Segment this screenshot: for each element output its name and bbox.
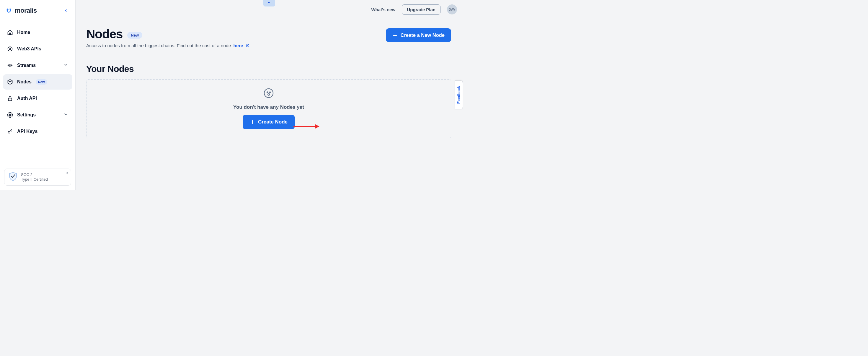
key-icon [7, 129, 13, 134]
sidebar-item-label: Auth API [17, 96, 37, 101]
sidebar-item-label: Settings [17, 112, 36, 117]
create-node-label: Create Node [258, 119, 287, 125]
subtitle-link[interactable]: here [234, 43, 243, 48]
sidebar-item-nodes[interactable]: Nodes New [3, 74, 72, 90]
sidebar-item-label: API Keys [17, 129, 37, 134]
your-nodes-heading: Your Nodes [86, 64, 451, 74]
external-link-icon [65, 171, 68, 176]
svg-point-7 [268, 94, 270, 95]
soc2-text: SOC 2 Type II Certified [21, 172, 48, 182]
sidebar-header: moralis [0, 0, 75, 21]
chevron-down-icon [63, 112, 68, 118]
avatar[interactable]: DAV [447, 4, 457, 14]
empty-state-text: You don't have any Nodes yet [233, 104, 304, 110]
sidebar-item-label: Streams [17, 63, 36, 68]
dollar-circle-icon [7, 46, 13, 52]
sidebar-item-label: Home [17, 30, 30, 35]
moralis-logo-icon [6, 8, 12, 13]
upgrade-plan-button[interactable]: Upgrade Plan [402, 4, 440, 15]
soc2-line1: SOC 2 [21, 172, 48, 177]
svg-point-6 [270, 92, 271, 93]
brand[interactable]: moralis [6, 7, 37, 14]
sidebar: moralis Home Web3 APIs [0, 0, 75, 190]
gear-icon [7, 112, 13, 118]
soc2-line2: Type II Certified [21, 177, 48, 182]
new-badge: New [36, 79, 47, 84]
svg-point-2 [9, 114, 11, 116]
subtitle-text: Access to nodes from all the biggest cha… [86, 43, 231, 48]
sidebar-divider [74, 0, 74, 190]
svg-point-5 [267, 92, 268, 93]
sidebar-item-settings[interactable]: Settings [3, 107, 72, 122]
sidebar-item-label: Nodes [17, 79, 32, 84]
empty-state-panel: You don't have any Nodes yet Create Node [86, 79, 451, 138]
sidebar-item-auth-api[interactable]: Auth API [3, 91, 72, 106]
surprised-face-icon [264, 88, 274, 100]
sidebar-item-web3-apis[interactable]: Web3 APIs [3, 41, 72, 57]
external-link-icon [246, 43, 249, 48]
sidebar-item-home[interactable]: Home [3, 25, 72, 40]
cube-icon [7, 79, 13, 85]
main: What's new Upgrade Plan DAV Nodes New Ac… [75, 0, 463, 190]
content: Nodes New Access to nodes from all the b… [75, 19, 463, 138]
create-new-node-label: Create a New Node [401, 32, 445, 38]
lock-icon [7, 96, 13, 101]
collapse-sidebar-button[interactable] [62, 6, 70, 15]
waveform-icon [7, 63, 13, 68]
sidebar-item-api-keys[interactable]: API Keys [3, 124, 72, 139]
page-subtitle: Access to nodes from all the biggest cha… [86, 43, 249, 49]
home-icon [7, 30, 13, 35]
sidebar-item-streams[interactable]: Streams [3, 58, 72, 73]
svg-rect-1 [8, 98, 12, 101]
sidebar-nav: Home Web3 APIs Streams [0, 21, 75, 139]
shield-check-icon [8, 172, 18, 182]
feedback-tab[interactable]: Feedback [455, 80, 463, 109]
soc2-card[interactable]: SOC 2 Type II Certified [4, 169, 71, 186]
page-header: Nodes New Access to nodes from all the b… [86, 27, 451, 49]
page-title: Nodes [86, 27, 123, 41]
title-new-badge: New [127, 32, 142, 39]
sidebar-item-label: Web3 APIs [17, 46, 41, 51]
svg-point-4 [264, 89, 273, 98]
create-node-button[interactable]: Create Node [243, 115, 294, 129]
create-new-node-button[interactable]: Create a New Node [386, 28, 451, 42]
flag-badge[interactable] [264, 0, 275, 6]
brand-name: moralis [15, 7, 37, 14]
chevron-down-icon [63, 63, 68, 68]
whats-new-link[interactable]: What's new [371, 7, 395, 12]
